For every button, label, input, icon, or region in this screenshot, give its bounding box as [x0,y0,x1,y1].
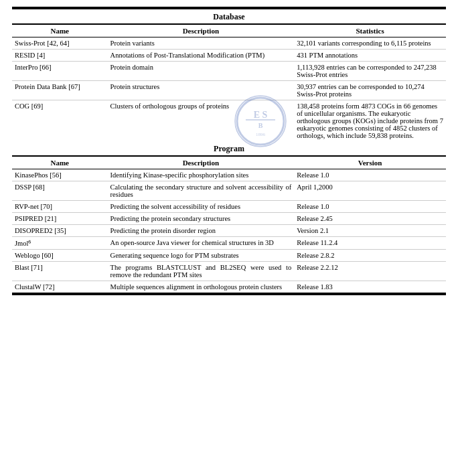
svg-text:E S: E S [254,110,268,120]
prog-cell-version: Release 2.8.2 [294,250,446,262]
prog-cell-version: Release 11.2.4 [294,237,446,250]
prog-cell-version: Release 2.45 [294,213,446,225]
prog-row: RVP-net [70]Predicting the solvent acces… [12,201,446,213]
db-col-description: Description [108,25,295,37]
prog-cell-description: Multiple sequences alignment in ortholog… [108,281,295,294]
db-cell-statistics: 138,458 proteins form 4873 COGs in 66 ge… [294,100,446,142]
prog-row: ClustalW [72]Multiple sequences alignmen… [12,281,446,294]
db-row: Protein Data Bank [67]Protein structures… [12,81,446,100]
page: Database Name Description Statistics Swi… [0,0,458,302]
prog-cell-version: April 1,2000 [294,181,446,201]
prog-row: DSSP [68]Calculating the secondary struc… [12,181,446,201]
db-cell-statistics: 32,101 variants corresponding to 6,115 p… [294,37,446,50]
prog-cell-version: Release 1.0 [294,201,446,213]
prog-cell-description: Predicting the protein disorder region [108,225,295,237]
prog-cell-version: Release 1.0 [294,169,446,181]
db-header-row: Name Description Statistics [12,25,446,37]
prog-cell-version: Release 2.2.12 [294,262,446,281]
db-col-name: Name [12,25,108,37]
svg-text:1896: 1896 [256,132,266,137]
prog-cell-version: Version 2.1 [294,225,446,237]
prog-cell-name: Weblogo [60] [12,250,108,262]
db-row: COG [69]Clusters of orthologous groups o… [12,100,446,142]
db-cell-name: InterPro [66] [12,62,108,81]
prog-cell-description: Generating sequence logo for PTM substra… [108,250,295,262]
prog-row: Jmol⁶An open-source Java viewer for chem… [12,237,446,250]
program-section: Program Name Description Version KinaseP… [12,141,446,295]
prog-col-name: Name [12,157,108,169]
prog-col-version: Version [294,157,446,169]
prog-row: KinasePhos [56]Identifying Kinase-specif… [12,169,446,181]
prog-cell-description: The programs BLASTCLUST and BL2SEQ were … [108,262,295,281]
db-row: InterPro [66]Protein domain1,113,928 ent… [12,62,446,81]
prog-cell-name: Jmol⁶ [12,237,108,250]
prog-cell-name: PSIPRED [21] [12,213,108,225]
program-table: Name Description Version KinasePhos [56]… [12,156,446,294]
prog-cell-name: RVP-net [70] [12,201,108,213]
db-cell-description: Annotations of Post-Translational Modifi… [108,50,295,62]
db-cell-name: COG [69] [12,100,108,142]
svg-point-0 [235,96,286,147]
prog-row: Blast [71]The programs BLASTCLUST and BL… [12,262,446,281]
db-cell-description: Clusters of orthologous groups of protei… [108,100,295,142]
prog-cell-description: Predicting the solvent accessibility of … [108,201,295,213]
db-row: Swiss-Prot [42, 64]Protein variants32,10… [12,37,446,50]
svg-point-1 [237,98,284,145]
prog-cell-version: Release 1.83 [294,281,446,294]
db-cell-statistics: 30,937 entries can be corresponded to 10… [294,81,446,100]
program-header: Program [12,141,446,156]
prog-cell-name: Blast [71] [12,262,108,281]
db-cell-name: RESID [4] [12,50,108,62]
prog-col-description: Description [108,157,295,169]
prog-cell-description: Calculating the secondary structure and … [108,181,295,201]
db-cell-name: Protein Data Bank [67] [12,81,108,100]
db-cell-description: Protein variants [108,37,295,50]
prog-cell-name: KinasePhos [56] [12,169,108,181]
db-cell-statistics: 431 PTM annotations [294,50,446,62]
prog-cell-name: DSSP [68] [12,181,108,201]
prog-header-row: Name Description Version [12,157,446,169]
db-cell-statistics: 1,113,928 entries can be corresponded to… [294,62,446,81]
database-section: Database Name Description Statistics Swi… [12,7,446,141]
prog-row: PSIPRED [21]Predicting the protein secon… [12,213,446,225]
prog-cell-description: An open-source Java viewer for chemical … [108,237,295,250]
database-header: Database [12,8,446,24]
database-table: Name Description Statistics Swiss-Prot [… [12,24,446,141]
svg-text:B: B [258,122,263,129]
db-cell-description: Protein domain [108,62,295,81]
prog-cell-name: ClustalW [72] [12,281,108,294]
db-cell-description: Protein structures [108,81,295,100]
prog-row: Weblogo [60]Generating sequence logo for… [12,250,446,262]
prog-row: DISOPRED2 [35]Predicting the protein dis… [12,225,446,237]
prog-cell-name: DISOPRED2 [35] [12,225,108,237]
db-cell-name: Swiss-Prot [42, 64] [12,37,108,50]
db-row: RESID [4]Annotations of Post-Translation… [12,50,446,62]
prog-cell-description: Predicting the protein secondary structu… [108,213,295,225]
prog-cell-description: Identifying Kinase-specific phosphorylat… [108,169,295,181]
db-col-statistics: Statistics [294,25,446,37]
